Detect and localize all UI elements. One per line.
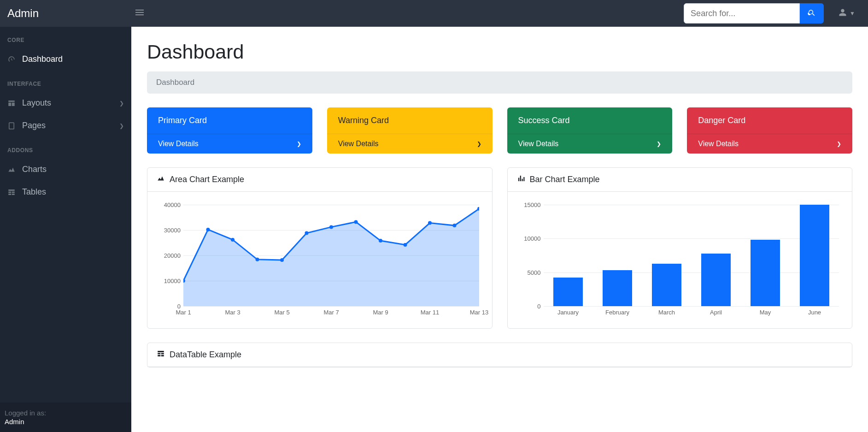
panel-header: DataTable Example [147,343,852,367]
card-title: Success Card [507,107,673,134]
card-primary: Primary Card View Details ❯ [147,107,312,154]
svg-point-6 [256,258,259,261]
sidebar-item-label: Charts [22,165,47,174]
card-title: Primary Card [147,107,312,134]
svg-point-13 [428,221,432,225]
panel-header: Bar Chart Example [508,168,852,192]
card-warning: Warning Card View Details ❯ [327,107,493,154]
chevron-right-icon: ❯ [119,123,124,129]
table-icon [7,188,18,196]
sidebar-item-label: Tables [22,187,46,197]
svg-rect-1 [135,12,144,13]
chevron-right-icon: ❯ [119,100,124,107]
search-form [684,3,824,24]
chart-area-icon [157,174,165,185]
chevron-right-icon: ❯ [477,141,481,147]
main-content: Dashboard Dashboard Primary Card View De… [131,27,868,432]
sidebar-item-layouts[interactable]: Layouts ❯ [0,92,131,114]
svg-point-8 [305,231,309,235]
logged-in-label: Logged in as: [5,409,127,417]
svg-point-10 [354,220,358,224]
tachometer-icon [7,55,18,64]
svg-point-5 [231,238,235,242]
book-icon [7,122,18,130]
chevron-right-icon: ❯ [297,141,301,147]
caret-down-icon: ▼ [850,10,855,17]
sidebar-footer: Logged in as: Admin [0,402,131,432]
brand[interactable]: Admin [7,7,132,20]
sidebar-heading-addons: ADDONS [0,137,131,158]
panel-area-chart: Area Chart Example 010000200003000040000… [147,167,493,329]
card-footer-link[interactable]: View Details ❯ [507,134,673,154]
card-danger: Danger Card View Details ❯ [687,107,852,154]
chart-area-icon [7,166,18,174]
sidebar-heading-core: CORE [0,27,131,48]
sidebar-item-label: Layouts [22,98,51,108]
sidebar-heading-interface: INTERFACE [0,71,131,92]
area-chart: 010000200003000040000Mar 1Mar 3Mar 5Mar … [156,200,484,320]
card-title: Warning Card [327,107,493,134]
sidebar-item-dashboard[interactable]: Dashboard [0,48,131,71]
svg-point-11 [379,239,382,243]
svg-point-7 [280,258,284,262]
svg-rect-0 [135,10,144,11]
logged-in-user: Admin [5,418,127,426]
columns-icon [7,99,18,107]
chart-bar-icon [517,174,525,185]
chevron-right-icon: ❯ [657,141,661,147]
user-menu[interactable]: ▼ [833,5,861,22]
sidebar-item-label: Pages [22,121,46,130]
menu-toggle-icon[interactable] [132,5,147,23]
svg-point-9 [329,225,333,229]
table-icon [157,349,165,360]
panel-bar-chart: Bar Chart Example 050001000015000January… [507,167,853,329]
card-footer-link[interactable]: View Details ❯ [147,134,312,154]
search-button[interactable] [800,3,824,24]
card-success: Success Card View Details ❯ [507,107,673,154]
sidebar: CORE Dashboard INTERFACE Layouts ❯ Pages… [0,27,131,432]
card-footer-link[interactable]: View Details ❯ [327,134,493,154]
top-navbar: Admin ▼ [0,0,868,27]
sidebar-item-charts[interactable]: Charts [0,158,131,181]
svg-rect-2 [135,14,144,15]
panel-header: Area Chart Example [147,168,492,192]
page-title: Dashboard [147,41,852,63]
card-title: Danger Card [687,107,852,134]
sidebar-item-tables[interactable]: Tables [0,181,131,203]
sidebar-item-label: Dashboard [22,54,63,64]
breadcrumb: Dashboard [147,71,852,94]
chevron-right-icon: ❯ [837,141,841,147]
search-input[interactable] [684,3,800,24]
sidebar-item-pages[interactable]: Pages ❯ [0,114,131,137]
svg-point-12 [404,243,407,247]
bar-chart: 050001000015000JanuaryFebruaryMarchApril… [516,200,844,320]
svg-point-14 [453,224,457,227]
card-footer-link[interactable]: View Details ❯ [687,134,852,154]
panel-datatable: DataTable Example [147,343,852,367]
svg-point-4 [206,228,210,231]
user-icon [839,8,847,18]
search-icon [808,9,816,18]
